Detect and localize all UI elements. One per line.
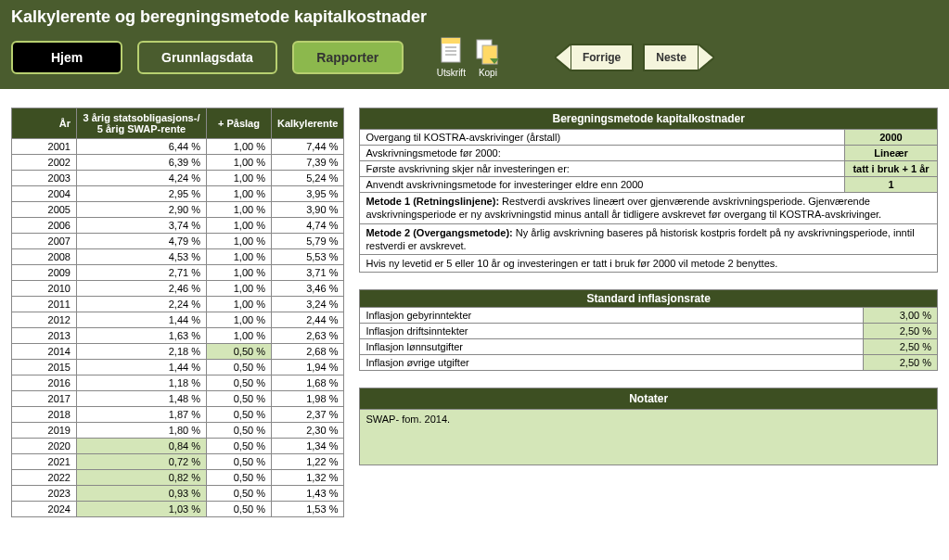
cell-kalkyle: 5,79 % [272,234,344,249]
inflation-val[interactable]: 2,50 % [864,324,938,339]
copy-icon [473,36,503,66]
cell-kalkyle: 2,68 % [272,344,344,360]
cell-year: 2018 [12,407,77,423]
cell-rente: 1,80 % [77,423,207,439]
method-r1-val[interactable]: 2000 [844,130,937,145]
inflation-label: Inflasjon driftsinntekter [360,324,864,339]
cell-paslag: 1,00 % [207,202,272,218]
cell-year: 2019 [12,423,77,439]
col-rente: 3 årig statsobligasjons-/ 5 årig SWAP-re… [77,108,207,139]
table-row: 20151,44 %0,50 %1,94 % [12,360,344,375]
cell-rente[interactable]: 0,93 % [77,486,207,502]
cell-rente[interactable]: 0,82 % [77,470,207,486]
cell-paslag: 1,00 % [207,312,272,328]
table-row: 20220,82 %0,50 %1,32 % [12,470,344,486]
table-row: 20026,39 %1,00 %7,39 % [12,155,344,171]
cell-rente[interactable]: 0,84 % [77,439,207,454]
cell-kalkyle: 1,53 % [272,502,344,517]
cell-rente: 2,95 % [77,186,207,202]
method-r4-val[interactable]: 1 [844,177,937,192]
table-row: 20161,18 %0,50 %1,68 % [12,375,344,391]
cell-paslag: 1,00 % [207,171,272,186]
inflation-label: Inflasjon lønnsutgifter [360,339,864,355]
cell-paslag: 1,00 % [207,186,272,202]
notes-body[interactable]: SWAP- fom. 2014. [359,410,938,465]
cell-rente: 1,87 % [77,407,207,423]
cell-kalkyle: 1,32 % [272,470,344,486]
cell-paslag: 0,50 % [207,454,272,470]
cell-year: 2011 [12,297,77,312]
cell-rente: 1,48 % [77,391,207,407]
method-r1-label: Overgang til KOSTRA-avskrivinger (årstal… [360,130,844,145]
cell-paslag: 1,00 % [207,328,272,344]
cell-paslag: 0,50 % [207,360,272,375]
svg-rect-1 [442,38,460,44]
inflation-table: Standard inflasjonsrate Inflasjon gebyri… [359,289,938,371]
table-row: 20131,63 %1,00 %2,63 % [12,328,344,344]
cell-paslag: 1,00 % [207,234,272,249]
cell-rente: 3,74 % [77,218,207,234]
method-r4-label: Anvendt avskrivningsmetode for investeri… [360,177,844,192]
inflation-val[interactable]: 2,50 % [864,339,938,355]
cell-year: 2012 [12,312,77,328]
neste-button[interactable]: Neste [643,44,714,71]
cell-paslag: 1,00 % [207,155,272,171]
method-r3-val[interactable]: tatt i bruk + 1 år [844,161,937,176]
table-row: 20200,84 %0,50 %1,34 % [12,439,344,454]
forrige-button[interactable]: Forrige [555,44,634,71]
cell-paslag: 1,00 % [207,281,272,297]
cell-year: 2009 [12,265,77,281]
cell-rente[interactable]: 1,03 % [77,502,207,517]
cell-rente: 4,79 % [77,234,207,249]
grunnlagsdata-button[interactable]: Grunnlagsdata [137,41,277,74]
cell-kalkyle: 4,74 % [272,218,344,234]
inflation-row: Inflasjon lønnsutgifter2,50 % [360,339,938,355]
table-row: 20142,18 %0,50 %2,68 % [12,344,344,360]
table-row: 20034,24 %1,00 %5,24 % [12,171,344,186]
method-text-2: Metode 2 (Overgangsmetode): Ny årlig avs… [360,224,937,256]
cell-year: 2021 [12,454,77,470]
cell-rente: 1,63 % [77,328,207,344]
table-row: 20241,03 %0,50 %1,53 % [12,502,344,517]
cell-paslag[interactable]: 0,50 % [207,344,272,360]
inflation-val[interactable]: 3,00 % [864,308,938,324]
inflation-val[interactable]: 2,50 % [864,355,938,371]
cell-paslag: 1,00 % [207,249,272,265]
cell-kalkyle: 1,34 % [272,439,344,454]
cell-kalkyle: 3,90 % [272,202,344,218]
cell-kalkyle: 1,43 % [272,486,344,502]
cell-kalkyle: 1,68 % [272,375,344,391]
cell-year: 2006 [12,218,77,234]
col-paslag: + Påslag [207,108,272,139]
method-text-3: Hvis ny levetid er 5 eller 10 år og inve… [360,255,937,272]
cell-year: 2013 [12,328,77,344]
cell-kalkyle: 3,24 % [272,297,344,312]
inflation-row: Inflasjon driftsinntekter2,50 % [360,324,938,339]
cell-paslag: 0,50 % [207,375,272,391]
cell-year: 2007 [12,234,77,249]
method-text-1: Metode 1 (Retningslinjene): Restverdi av… [360,193,937,224]
col-ar: År [12,108,77,139]
cell-rente[interactable]: 0,72 % [77,454,207,470]
cell-paslag: 0,50 % [207,407,272,423]
table-row: 20112,24 %1,00 %3,24 % [12,297,344,312]
utskrift-button[interactable]: Utskrift [437,36,466,78]
cell-year: 2005 [12,202,77,218]
cell-paslag: 0,50 % [207,439,272,454]
kopi-button[interactable]: Kopi [473,36,503,78]
hjem-button[interactable]: Hjem [11,41,122,74]
cell-kalkyle: 2,44 % [272,312,344,328]
table-row: 20074,79 %1,00 %5,79 % [12,234,344,249]
col-kalkyle: Kalkylerente [272,108,344,139]
method-header: Beregningsmetode kapitalkostnader [359,108,938,130]
cell-year: 2003 [12,171,77,186]
table-row: 20181,87 %0,50 %2,37 % [12,407,344,423]
cell-kalkyle: 2,30 % [272,423,344,439]
inflation-label: Inflasjon øvrige utgifter [360,355,864,371]
cell-paslag: 0,50 % [207,470,272,486]
method-r2-label: Avskrivningsmetode før 2000: [360,146,844,160]
cell-kalkyle: 1,94 % [272,360,344,375]
cell-kalkyle: 3,95 % [272,186,344,202]
method-r2-val[interactable]: Lineær [844,146,937,160]
rapporter-button[interactable]: Rapporter [292,41,404,74]
